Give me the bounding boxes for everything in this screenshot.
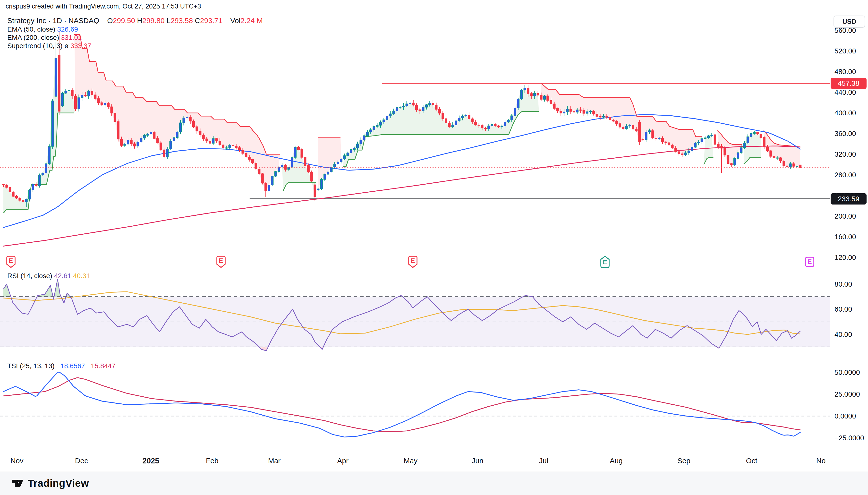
indicator-value: 42.61	[52, 272, 71, 279]
attribution-bar: crispus9 created with TradingView.com, O…	[0, 0, 868, 13]
price-axis-tick: 520.00	[834, 47, 856, 55]
price-axis-tick: 280.00	[834, 171, 856, 179]
indicator-value: 333.37	[69, 42, 91, 50]
price-axis-tick: 360.00	[834, 130, 856, 137]
indicator-value: 331.01	[59, 34, 82, 41]
time-axis-label: Mar	[268, 457, 281, 465]
bottom-separator	[0, 471, 868, 472]
price-axis-tick: 200.00	[834, 212, 856, 220]
svg-text:E: E	[9, 257, 13, 264]
indicator-value: −18.6567	[55, 362, 85, 370]
time-axis-label: Oct	[746, 457, 758, 465]
legend-row-ema200[interactable]: EMA (200, close) 331.01	[7, 34, 263, 42]
ohlc-value: 299.80	[142, 17, 165, 24]
legend-row-supertrend[interactable]: Supertrend (10, 3) ø 333.37	[7, 42, 263, 50]
tradingview-logo-mark	[11, 477, 24, 490]
indicator-name[interactable]: TSI (25, 13, 13)	[7, 362, 55, 370]
ohlc-label: L	[167, 17, 171, 24]
volume-value: 2.24 M	[240, 17, 263, 24]
tradingview-logo-text: TradingView	[28, 478, 89, 489]
rsi-axis-tick: 60.00	[834, 305, 852, 313]
time-axis-label: Jun	[472, 457, 483, 465]
ohlc-value: 299.50	[113, 17, 135, 24]
svg-text:E: E	[411, 257, 415, 264]
attribution-text: crispus9 created with TradingView.com, O…	[5, 3, 201, 10]
symbol-exchange: NASDAQ	[69, 17, 99, 24]
main-price-pane[interactable]	[0, 13, 830, 269]
price-axis-tick: 400.00	[834, 109, 856, 117]
time-axis[interactable]: NovDec2025FebMarAprMayJunJulAugSepOctNo	[0, 451, 830, 471]
tsi-legend[interactable]: TSI (25, 13, 13) −18.6567 −15.8447	[7, 362, 115, 370]
earnings-marker[interactable]: E	[407, 255, 418, 268]
volume-label: Vol	[230, 17, 240, 24]
ohlc-values: O299.50H299.80L293.58C293.71	[107, 17, 224, 24]
legend-dot: ·	[64, 17, 66, 24]
tradingview-logo[interactable]: TradingView	[11, 477, 89, 490]
price-axis-tick: 440.00	[834, 88, 856, 96]
rsi-axis-tick: 80.00	[834, 280, 852, 288]
svg-text:E: E	[808, 258, 812, 265]
time-axis-label: No	[816, 457, 826, 465]
time-axis-label: Dec	[75, 457, 88, 465]
price-axis-tick: 320.00	[834, 150, 856, 158]
ohlc-value: 293.58	[171, 17, 193, 24]
legend-dot: ·	[48, 17, 51, 24]
time-axis-label: Aug	[610, 457, 623, 465]
earnings-marker[interactable]: E	[216, 255, 226, 268]
price-axis-tick: 120.00	[834, 254, 856, 261]
time-axis-separator	[0, 451, 868, 451]
indicator-value: −15.8447	[85, 362, 115, 370]
time-axis-label: May	[404, 457, 417, 465]
pane-separator[interactable]	[0, 359, 868, 359]
rsi-axis-tick: 40.00	[834, 330, 852, 338]
earnings-marker[interactable]: E	[804, 255, 815, 268]
tsi-axis-tick: 25.0000	[834, 390, 860, 398]
indicator-value: 40.31	[71, 272, 90, 279]
time-axis-label: Apr	[337, 457, 348, 465]
earnings-marker[interactable]: E	[5, 255, 16, 268]
bottom-bar: TradingView	[0, 472, 868, 495]
price-level-badge: 233.59	[831, 193, 867, 205]
rsi-pane[interactable]	[0, 269, 830, 359]
symbol-title[interactable]: Strategy Inc	[7, 17, 46, 24]
svg-text:E: E	[603, 258, 607, 266]
svg-text:E: E	[219, 257, 223, 264]
tradingview-snapshot: crispus9 created with TradingView.com, O…	[0, 0, 868, 495]
ohlc-label: H	[137, 17, 142, 24]
currency-button[interactable]: USD	[834, 16, 865, 28]
tsi-axis-tick: −25.0000	[834, 434, 864, 442]
tsi-axis-tick: 50.0000	[834, 369, 860, 376]
ohlc-label: C	[195, 17, 200, 24]
earnings-marker[interactable]: E	[600, 255, 610, 268]
indicator-name[interactable]: Supertrend (10, 3)	[7, 42, 63, 50]
legend-row-ema50[interactable]: EMA (50, close) 326.69	[7, 25, 263, 34]
time-axis-label: Jul	[539, 457, 548, 465]
price-axis-tick: 160.00	[834, 233, 856, 241]
price-level-badge: 457.38	[831, 78, 867, 89]
tsi-pane[interactable]	[0, 359, 830, 451]
indicator-name[interactable]: RSI (14, close)	[7, 272, 52, 279]
time-axis-label: Feb	[206, 457, 219, 465]
rsi-legend[interactable]: RSI (14, close) 42.61 40.31	[7, 272, 90, 280]
indicator-name[interactable]: EMA (50, close)	[7, 25, 55, 33]
ohlc-label: O	[107, 17, 113, 24]
time-axis-label: 2025	[142, 457, 159, 465]
price-axis-tick: 480.00	[834, 68, 856, 75]
symbol-row[interactable]: Strategy Inc · 1D · NASDAQ O299.50H299.8…	[7, 16, 263, 25]
indicator-name[interactable]: EMA (200, close)	[7, 34, 59, 41]
chart-left-border	[4, 13, 4, 471]
ohlc-value: 293.71	[200, 17, 223, 24]
time-axis-label: Nov	[11, 457, 23, 465]
main-legend[interactable]: Strategy Inc · 1D · NASDAQ O299.50H299.8…	[7, 16, 263, 50]
symbol-interval[interactable]: 1D	[53, 17, 62, 24]
indicator-legend-rows: EMA (50, close) 326.69EMA (200, close) 3…	[7, 25, 263, 50]
tsi-axis-tick: 0.0000	[834, 412, 856, 420]
indicator-value: 326.69	[55, 25, 78, 33]
indicator-prefix: ø	[63, 42, 69, 50]
time-axis-label: Sep	[677, 457, 690, 465]
pane-separator[interactable]	[0, 269, 868, 269]
